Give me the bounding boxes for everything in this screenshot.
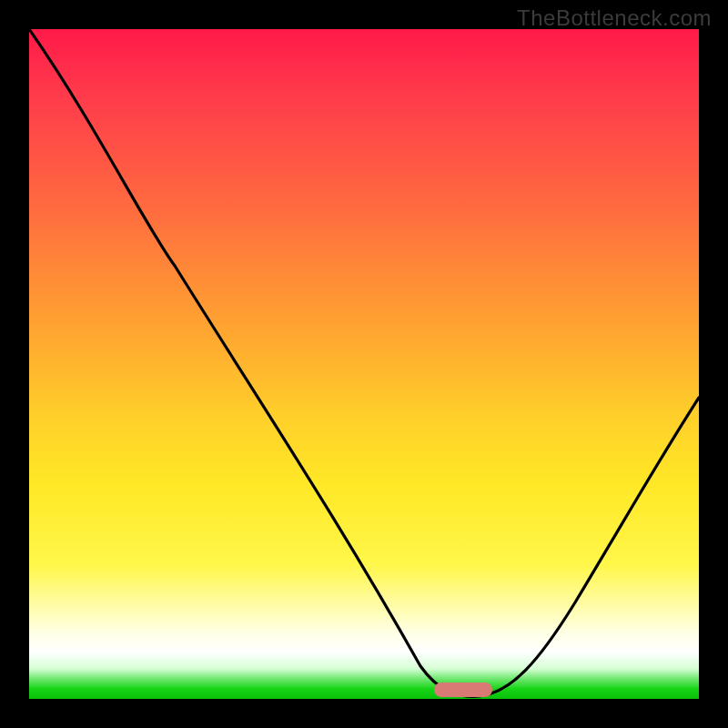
watermark: TheBottleneck.com <box>517 5 712 31</box>
optimal-marker <box>434 682 492 697</box>
heat-gradient <box>29 29 699 699</box>
frame: TheBottleneck.com <box>0 0 728 728</box>
chart-stage <box>29 29 699 699</box>
